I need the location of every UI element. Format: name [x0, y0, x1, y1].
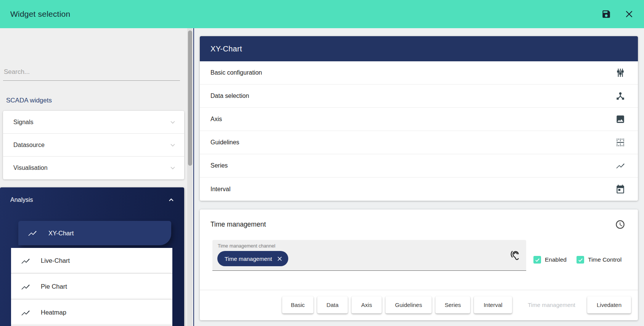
border-horizontal-icon — [615, 137, 625, 147]
checkbox-time-control[interactable]: Time Control — [577, 256, 622, 264]
sidebar-item-live-chart[interactable]: Live-Chart — [11, 248, 172, 274]
section-basic-configuration[interactable]: Basic configuration — [200, 61, 638, 85]
series-button[interactable]: Series — [435, 296, 470, 313]
checkbox-label: Enabled — [545, 256, 567, 263]
section-label: Series — [210, 162, 228, 169]
line-chart-icon — [21, 256, 31, 266]
pane-splitter — [193, 28, 194, 326]
analysis-items-list: Live-Chart Pie Chart Heatmap — [11, 248, 172, 326]
checkbox-enabled[interactable]: Enabled — [533, 256, 567, 264]
widget-sidebar: SCADA widgets Signals Datasource Visuali… — [0, 28, 187, 326]
data-button[interactable]: Data — [317, 296, 348, 313]
chip-label: Time management — [225, 256, 272, 262]
sidebar-group-signals[interactable]: Signals — [3, 111, 184, 134]
image-icon — [615, 114, 625, 124]
line-chart-icon — [21, 308, 31, 318]
section-interval[interactable]: Interval — [200, 177, 638, 201]
checkbox-label: Time Control — [588, 256, 622, 263]
section-label: Guidelines — [210, 139, 239, 146]
section-label: Data selection — [210, 93, 249, 99]
save-button[interactable] — [600, 8, 613, 21]
group-label: Analysis — [10, 197, 33, 203]
group-label: Signals — [13, 119, 33, 126]
checkbox-checked-icon — [533, 256, 541, 264]
hearing-icon[interactable] — [509, 250, 520, 261]
sidebar-item-heatmap[interactable]: Heatmap — [11, 300, 172, 326]
panel-header: XY-Chart — [200, 36, 638, 61]
title-bar-actions — [600, 0, 636, 28]
calendar-icon — [615, 184, 625, 194]
interval-button[interactable]: Interval — [474, 296, 512, 313]
time-management-channel-field[interactable]: Time management channel Time management — [212, 240, 526, 271]
title-bar: Widget selection — [0, 0, 644, 28]
group-label: Datasource — [13, 142, 45, 149]
chevron-down-icon — [169, 141, 177, 149]
sidebar-item-label: Pie Chart — [41, 283, 67, 290]
footer-divider — [200, 290, 638, 290]
footer-button-row: Basic Data Axis Guidelines Series Interv… — [282, 296, 631, 313]
group-label: Visualisation — [13, 165, 48, 171]
time-management-button-disabled: Time management — [520, 296, 583, 313]
panel-title: XY-Chart — [210, 45, 242, 53]
scada-widgets-label: SCADA widgets — [6, 97, 52, 104]
guidelines-button[interactable]: Guidelines — [385, 296, 432, 313]
sidebar-scrollbar-track[interactable] — [187, 28, 193, 326]
widget-selection-dialog: Widget selection SCADA widgets Signals — [0, 0, 644, 326]
section-series[interactable]: Series — [200, 154, 638, 177]
line-chart-icon — [27, 228, 37, 238]
time-management-title: Time management — [210, 221, 266, 229]
time-management-chip[interactable]: Time management — [217, 251, 288, 266]
chip-remove-icon[interactable] — [277, 256, 283, 262]
sidebar-item-label: Live-Chart — [41, 257, 70, 264]
sidebar-item-label: Heatmap — [41, 309, 66, 316]
xy-chart-config-card: XY-Chart Basic configuration Data select… — [200, 36, 638, 201]
device-hub-icon — [615, 91, 625, 101]
sidebar-group-analysis: Analysis XY-Chart Live-Chart — [0, 187, 184, 326]
checkbox-checked-icon — [577, 256, 584, 264]
analysis-header[interactable]: Analysis — [0, 187, 184, 213]
basic-button[interactable]: Basic — [282, 296, 313, 313]
field-label: Time management channel — [218, 243, 275, 249]
sidebar-group-datasource[interactable]: Datasource — [3, 134, 184, 157]
dialog-title: Widget selection — [10, 10, 70, 19]
close-button[interactable] — [623, 8, 636, 21]
close-icon — [625, 10, 634, 19]
sidebar-item-xy-chart[interactable]: XY-Chart — [18, 221, 171, 245]
section-guidelines[interactable]: Guidelines — [200, 131, 638, 154]
axis-button[interactable]: Axis — [352, 296, 382, 313]
livedaten-button[interactable]: Livedaten — [587, 296, 631, 313]
section-label: Axis — [210, 116, 222, 123]
sidebar-item-label: XY-Chart — [48, 230, 74, 237]
time-management-card: Time management Time management channel … — [200, 209, 638, 320]
section-axis[interactable]: Axis — [200, 108, 638, 131]
search-input[interactable] — [3, 63, 180, 81]
section-data-selection[interactable]: Data selection — [200, 85, 638, 108]
sidebar-scrollbar-thumb[interactable] — [188, 30, 192, 166]
sidebar-group-visualisation[interactable]: Visualisation — [3, 157, 184, 179]
section-label: Basic configuration — [210, 69, 262, 76]
line-chart-icon — [21, 282, 31, 292]
line-chart-icon — [615, 161, 625, 171]
tune-icon — [615, 68, 625, 78]
sidebar-item-pie-chart[interactable]: Pie Chart — [11, 274, 172, 300]
chevron-up-icon — [167, 196, 175, 204]
clock-icon — [615, 219, 625, 230]
save-icon — [601, 9, 611, 19]
chevron-down-icon — [169, 164, 177, 172]
widget-groups-card: Signals Datasource Visualisation — [3, 111, 184, 179]
chevron-down-icon — [169, 118, 177, 126]
time-management-header: Time management — [200, 209, 638, 239]
section-label: Interval — [210, 186, 230, 193]
